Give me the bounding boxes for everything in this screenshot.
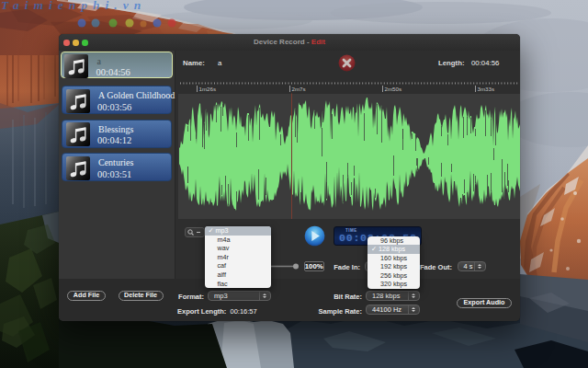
svg-text:2m7s: 2m7s [292, 86, 306, 92]
svg-text:2m50s: 2m50s [385, 86, 402, 92]
svg-text:1m26s: 1m26s [199, 86, 217, 92]
svg-text:3m33s: 3m33s [478, 86, 495, 92]
